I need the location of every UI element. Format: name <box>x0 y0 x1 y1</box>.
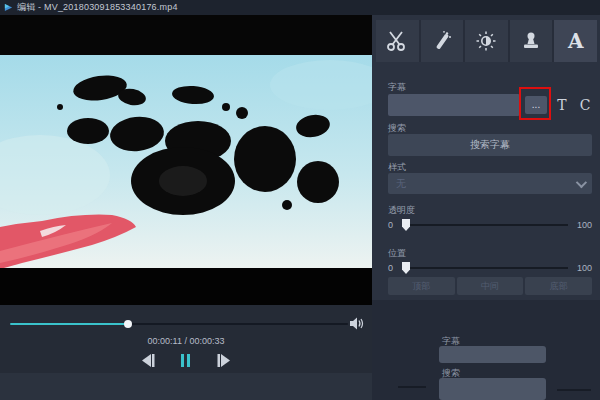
divider-dash-right <box>557 389 591 391</box>
position-min-label: 0 <box>388 263 398 273</box>
title-bar: 编辑 - MV_201803091853340176.mp4 <box>0 0 600 15</box>
opacity-max-label: 100 <box>572 220 592 230</box>
letterbox-top <box>0 15 372 55</box>
next-frame-button[interactable] <box>216 353 232 367</box>
bottom-form-section: 字幕 搜索 <box>372 300 600 400</box>
align-buttons: 顶部 中间 底部 <box>388 277 592 295</box>
subtitle-input[interactable] <box>388 94 520 116</box>
seek-bar[interactable] <box>10 323 348 325</box>
position-slider[interactable]: 0 100 <box>388 261 592 275</box>
brightness-icon <box>475 30 497 52</box>
position-max-label: 100 <box>572 263 592 273</box>
tab-cut[interactable] <box>376 20 419 62</box>
browse-subtitle-button[interactable]: ... <box>525 96 547 114</box>
search-subtitle-button[interactable]: 搜索字幕 <box>388 134 592 156</box>
letter-a-icon: A <box>568 29 584 53</box>
position-label: 位置 <box>388 247 406 260</box>
opacity-slider[interactable]: 0 100 <box>388 218 592 232</box>
pause-button[interactable] <box>178 353 194 367</box>
opacity-slider-thumb[interactable] <box>402 219 410 231</box>
style-dropdown-value: 无 <box>396 177 576 191</box>
bottom-subtitle-input[interactable] <box>439 346 546 363</box>
opacity-label: 透明度 <box>388 204 415 217</box>
stamp-icon <box>520 30 542 52</box>
chevron-down-icon <box>576 176 587 187</box>
letterbox-bottom <box>0 268 372 305</box>
subtitle-panel: A 字幕 ... T C 搜索 搜索字幕 样式 无 透明度 0 100 位置 0 <box>372 15 600 400</box>
window-title: 编辑 - MV_201803091853340176.mp4 <box>17 1 178 14</box>
opacity-slider-track[interactable] <box>402 224 568 226</box>
opacity-min-label: 0 <box>388 220 398 230</box>
prev-frame-button[interactable] <box>140 353 156 367</box>
divider-dash-left <box>398 386 426 388</box>
editor-window: 编辑 - MV_201803091853340176.mp4 <box>0 0 600 400</box>
tab-adjust[interactable] <box>465 20 508 62</box>
time-display: 00:00:11 / 00:00:33 <box>0 336 372 346</box>
left-footer <box>0 373 372 400</box>
tab-text[interactable]: A <box>554 20 597 62</box>
volume-icon[interactable] <box>350 317 364 330</box>
subtitle-label: 字幕 <box>388 81 406 94</box>
tab-watermark[interactable] <box>510 20 553 62</box>
seek-thumb[interactable] <box>124 320 132 328</box>
align-middle-button[interactable]: 中间 <box>457 277 524 295</box>
video-frame-art <box>0 55 372 268</box>
scissors-icon <box>386 30 408 52</box>
magic-wand-icon <box>431 30 453 52</box>
app-logo-icon <box>4 3 13 12</box>
tool-tabs: A <box>376 20 597 62</box>
video-preview[interactable] <box>0 55 372 268</box>
align-top-button[interactable]: 顶部 <box>388 277 455 295</box>
style-dropdown[interactable]: 无 <box>388 173 592 194</box>
video-pane: 00:00:11 / 00:00:33 <box>0 15 372 400</box>
seek-bar-fill <box>10 323 128 325</box>
align-bottom-button[interactable]: 底部 <box>525 277 592 295</box>
text-style-c-button[interactable]: C <box>575 94 595 116</box>
position-slider-track[interactable] <box>402 267 568 269</box>
player-controls: 00:00:11 / 00:00:33 <box>0 305 372 373</box>
position-slider-thumb[interactable] <box>402 262 410 274</box>
bottom-search-input[interactable] <box>439 378 546 400</box>
text-style-t-button[interactable]: T <box>552 94 572 116</box>
tab-effects[interactable] <box>421 20 464 62</box>
